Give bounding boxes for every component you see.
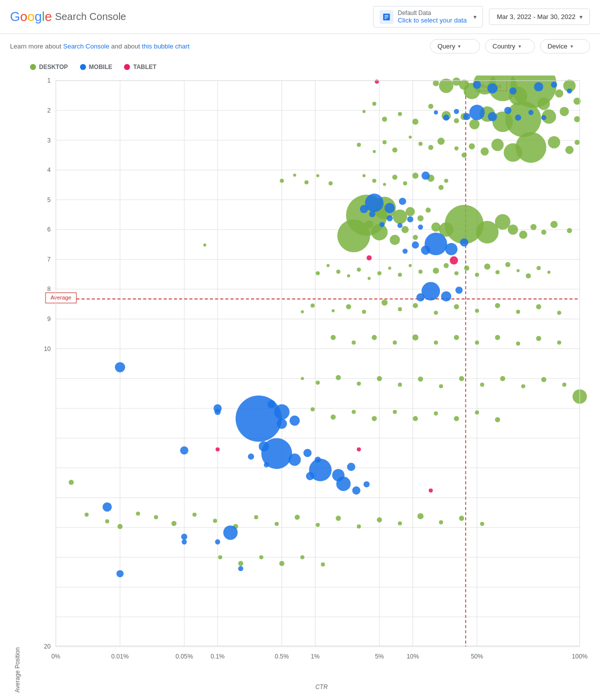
sub-header: Learn more about Search Console and abou… xyxy=(0,34,600,58)
svg-point-162 xyxy=(362,310,366,314)
svg-point-79 xyxy=(560,107,568,116)
svg-text:0.01%: 0.01% xyxy=(112,653,129,660)
svg-point-184 xyxy=(495,335,500,340)
svg-point-251 xyxy=(567,88,572,94)
svg-point-276 xyxy=(336,476,351,491)
svg-point-158 xyxy=(336,270,340,274)
filter-controls: Query ▾ Country ▾ Device ▾ xyxy=(430,39,590,54)
date-range-selector[interactable]: Mar 3, 2022 - Mar 30, 2022 ▾ xyxy=(489,8,590,25)
svg-point-93 xyxy=(454,146,458,150)
svg-point-142 xyxy=(475,272,479,276)
svg-point-65 xyxy=(452,78,460,86)
svg-point-288 xyxy=(456,286,462,294)
svg-point-191 xyxy=(118,524,122,529)
svg-point-138 xyxy=(433,268,439,274)
svg-text:4: 4 xyxy=(48,166,51,174)
svg-point-258 xyxy=(463,113,470,120)
device-filter-button[interactable]: Device ▾ xyxy=(540,39,590,54)
svg-point-205 xyxy=(398,522,402,526)
svg-point-76 xyxy=(454,118,459,123)
svg-point-310 xyxy=(384,203,395,214)
svg-point-186 xyxy=(536,336,541,341)
query-filter-button[interactable]: Query ▾ xyxy=(430,39,480,54)
device-chevron-icon: ▾ xyxy=(570,44,573,49)
svg-text:3: 3 xyxy=(48,137,51,144)
svg-point-137 xyxy=(432,222,440,232)
svg-point-161 xyxy=(346,304,351,309)
svg-point-91 xyxy=(469,144,475,150)
svg-point-266 xyxy=(268,400,276,408)
svg-point-85 xyxy=(372,102,376,106)
svg-point-278 xyxy=(364,482,370,488)
svg-text:20: 20 xyxy=(44,643,51,650)
svg-text:Average: Average xyxy=(50,294,72,300)
svg-point-194 xyxy=(172,521,176,526)
svg-point-245 xyxy=(321,562,325,566)
svg-point-189 xyxy=(84,512,88,516)
svg-point-250 xyxy=(551,82,557,88)
bubble-chart-link[interactable]: this bubble chart xyxy=(142,42,190,50)
search-console-link[interactable]: Search Console xyxy=(63,42,110,50)
svg-point-119 xyxy=(372,178,376,182)
svg-point-218 xyxy=(500,376,505,381)
svg-point-146 xyxy=(516,269,520,272)
svg-point-224 xyxy=(310,408,314,412)
svg-point-265 xyxy=(290,416,300,426)
svg-point-198 xyxy=(254,515,258,519)
svg-point-144 xyxy=(496,270,500,274)
svg-point-261 xyxy=(434,110,438,114)
svg-point-80 xyxy=(574,116,580,122)
chart-legend: DESKTOP MOBILE TABLET xyxy=(0,58,600,76)
svg-point-179 xyxy=(393,340,397,344)
svg-point-298 xyxy=(238,566,243,571)
svg-point-222 xyxy=(316,380,320,384)
svg-point-307 xyxy=(407,216,413,222)
tablet-dot-icon xyxy=(124,64,130,70)
svg-point-150 xyxy=(418,270,422,274)
logo-search-console-text: Search Console xyxy=(55,11,126,22)
svg-point-74 xyxy=(470,119,480,130)
logo-google-text: Google xyxy=(10,9,52,24)
svg-point-308 xyxy=(418,224,423,230)
data-selector-button[interactable]: Default Data Click to select your data ▾ xyxy=(373,6,483,28)
svg-point-225 xyxy=(330,414,336,420)
svg-point-292 xyxy=(180,446,188,454)
svg-point-140 xyxy=(454,271,458,275)
svg-text:2: 2 xyxy=(48,107,51,114)
svg-point-233 xyxy=(495,417,500,422)
svg-point-82 xyxy=(412,118,418,124)
country-filter-button[interactable]: Country ▾ xyxy=(485,39,535,54)
learn-more-text: Learn more about Search Console and abou… xyxy=(10,42,190,50)
svg-point-118 xyxy=(383,183,386,186)
svg-point-195 xyxy=(192,512,196,516)
chevron-down-icon: ▾ xyxy=(474,14,476,20)
svg-point-103 xyxy=(372,150,376,153)
svg-point-227 xyxy=(372,416,376,421)
svg-point-125 xyxy=(418,215,424,221)
svg-point-239 xyxy=(328,182,332,186)
svg-point-199 xyxy=(274,522,278,526)
svg-point-135 xyxy=(567,228,572,233)
svg-point-253 xyxy=(488,112,497,121)
svg-point-220 xyxy=(541,377,546,382)
svg-point-163 xyxy=(382,300,388,306)
svg-point-88 xyxy=(504,144,522,162)
svg-text:0.1%: 0.1% xyxy=(210,653,224,660)
svg-text:6: 6 xyxy=(48,226,51,233)
svg-point-240 xyxy=(218,555,222,559)
svg-point-151 xyxy=(408,264,412,267)
svg-point-114 xyxy=(444,178,448,182)
mobile-dot-icon xyxy=(80,64,86,70)
svg-point-123 xyxy=(393,210,408,224)
svg-point-124 xyxy=(406,207,414,216)
svg-point-113 xyxy=(438,185,444,190)
svg-point-110 xyxy=(402,226,408,233)
svg-point-316 xyxy=(450,256,458,264)
svg-point-294 xyxy=(224,526,238,540)
svg-point-98 xyxy=(428,145,433,150)
data-selector-subtitle: Click to select your data xyxy=(398,16,470,24)
logo: Google Search Console xyxy=(10,9,126,24)
svg-point-95 xyxy=(566,146,574,154)
svg-point-128 xyxy=(476,221,498,244)
svg-point-160 xyxy=(316,271,320,275)
